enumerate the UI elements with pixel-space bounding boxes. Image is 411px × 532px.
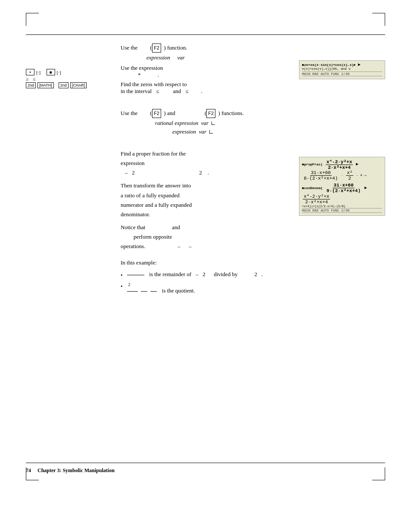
section2-line2: rational expression var <box>155 120 290 127</box>
bullet1-exp2: 2 <box>254 271 257 277</box>
s3-line5: a ratio of a fully expanded <box>121 192 180 199</box>
s3-line6: numerator and a fully expanded <box>121 202 192 208</box>
page-number: 74 <box>26 467 31 473</box>
section3-line5: a ratio of a fully expanded <box>121 191 290 200</box>
bullet-item1: • is the remainder of – 2 divided by <box>121 271 290 279</box>
bullet2-dash1 <box>127 291 138 292</box>
calc2-arrow2: ► <box>364 186 367 190</box>
sidebar-lbracket: [·] <box>36 70 40 75</box>
calc2-arrow1b: → <box>364 173 366 178</box>
section3-line1: Find a proper fraction for the <box>121 149 290 159</box>
calc-screen1: ■zeros(x·sin(x)+cos(x),x)► ► n(v)+cos(v)… <box>299 60 385 79</box>
s2-pre: Use the <box>121 110 137 116</box>
rule-bottom <box>26 463 385 463</box>
bullet2-exp-line: 2 <box>126 282 195 287</box>
bullet1-dot: . <box>262 271 263 277</box>
page-footer: 74 Chapter 3: Symbolic Manipulation <box>26 467 115 474</box>
bullet1-divided: divided by <box>214 271 237 277</box>
l-bracket2 <box>209 130 213 134</box>
calc2-result1: 31·x+60 8·(2·x²+x+4) · x² 2 - 4 → <box>302 170 382 181</box>
calc2-r1-num: 31·x+60 <box>310 170 332 176</box>
key-2nd1: 2nd <box>26 82 36 88</box>
calc1-line1: n(v)+cos(v),v)}(65, and v <box>302 67 382 72</box>
s3-line7: denominator. <box>121 211 150 218</box>
bullet-dot2: • <box>121 283 123 290</box>
calc2-result2: x⁴-2·y²+x 2·x²+x+4 +x+4))+(x(2/2-x/4)-(5… <box>302 193 382 208</box>
calc2-r2-den: 2·x²+x+4 <box>304 199 329 205</box>
rule-top <box>26 34 385 35</box>
s3-dash: – <box>125 169 128 176</box>
key-char: [CHAR] <box>70 82 87 88</box>
section3-line6: numerator and a fully expanded <box>121 200 290 210</box>
bullet2-exp: 2 <box>128 282 131 287</box>
calc2-frac2: 31·x+60 9·(2·x²+x+4) <box>326 183 361 193</box>
l-bracket1 <box>212 121 215 125</box>
calc2-propfrac: ■propFrac( <box>302 162 323 166</box>
s1-dot2: . <box>201 88 202 94</box>
bullet-dot1: • <box>121 272 123 279</box>
s3-dash2: – <box>189 243 192 249</box>
calc1-arrow: ► <box>358 62 361 67</box>
s3-dot: . <box>208 169 209 176</box>
s1-lte1: ≤ <box>156 88 159 94</box>
calc2-frac2-den: 9·(2·x²+x+4) <box>326 188 361 193</box>
calc2-cmd2: ■conDenom( 31·x+60 9·(2·x²+x+4) ► <box>302 183 382 193</box>
bullet1-exp: 2 <box>202 271 206 277</box>
calc2-r1-f2-den: 2 <box>348 176 352 181</box>
bullet1-pre: is the remainder of <box>149 271 191 277</box>
s1-italic1: expression <box>146 54 170 61</box>
key-bullet1: • <box>26 69 34 75</box>
s2-italic3: expression <box>172 128 196 135</box>
sidebar-row1: • [·] ■ [·] <box>26 69 112 75</box>
s2-mid: ) and <box>164 110 175 116</box>
s1-post: ) function. <box>164 44 187 51</box>
s3-line2: expression <box>121 160 145 166</box>
section2-line1: Use the (F2 ) and (F2 ) functions. <box>121 109 290 118</box>
s1-pre: Use the <box>121 44 137 51</box>
s3-line8: Notice that <box>121 224 145 230</box>
s1-star: * <box>138 72 141 78</box>
calc1-status: MAIN RAD AUTO FUNC 1/30 <box>302 72 382 76</box>
section3-line8: Notice that and <box>121 223 290 232</box>
bullet2-post: is the quotient. <box>162 287 195 294</box>
calc2-frac2-num: 31·x+60 <box>333 183 354 188</box>
section1-line5: Find the zeros with respect to <box>121 81 290 88</box>
calc2-condenom: ■conDenom( <box>302 186 323 190</box>
calc2-status: MAIN RAD AUTO FUNC 2/30 <box>302 208 382 213</box>
calc2-cmd1: ■propFrac( x⁴-2·y²+x 2·x²+x+4 ► <box>302 159 382 170</box>
s3-num1: 2 <box>132 169 135 176</box>
bullet2-dash3 <box>150 291 157 292</box>
sidebar-row2: 2nd [MATH] 2nd [CHAR] <box>26 82 112 88</box>
section1: Use the (F2 ) function. expression var U… <box>121 43 290 95</box>
calc2-frac1: x⁴-2·y²+x 2·x²+x+4 <box>326 159 353 170</box>
s1-line6-pre: in the interval <box>121 88 152 94</box>
section2-line3: expression var <box>172 128 290 135</box>
calc1-title: ■zeros(x·sin(x)+cos(x),x)► ► <box>302 62 382 67</box>
s3-dash1: – <box>177 243 181 249</box>
calc2-r1-frac2: x² 2 <box>346 170 353 181</box>
s2-key2: F2 <box>206 109 215 118</box>
bullet1-content: is the remainder of – 2 divided by 2 . <box>126 271 263 278</box>
calc2-extra-text: +x+4))+(x(2/2-x/4)-(5/8) <box>302 205 346 208</box>
corner-mark-br <box>372 467 385 480</box>
section4-intro: In this example: <box>121 258 290 268</box>
s3-line1: Find a proper fraction for the <box>121 150 186 157</box>
s1-key: F2 <box>152 44 161 53</box>
section1-line3: Use the expression <box>121 65 290 72</box>
section4: In this example: • is the remainder of –… <box>121 258 290 294</box>
s1-italic2: var <box>177 54 184 61</box>
section3-line4: Then transform the answer into <box>121 181 290 190</box>
section3-line7: denominator. <box>121 210 290 219</box>
calc2-result1-frac: 31·x+60 8·(2·x²+x+4) <box>303 170 339 181</box>
s2-post: ) functions. <box>218 110 244 116</box>
key-bullet2: ■ <box>47 69 55 75</box>
section2: Use the (F2 ) and (F2 ) functions. ratio… <box>121 109 290 135</box>
calc2-extra: +x+4))+(x(2/2-x/4)-(5/8) <box>302 205 382 208</box>
calc2-r2-num: x⁴-2·y²+x <box>303 193 330 199</box>
sidebar-row1b: ≥ ≤ <box>26 76 112 81</box>
s2-italic4: var <box>199 128 206 135</box>
calc2-r2-line1: x⁴-2·y²+x 2·x²+x+4 <box>302 193 382 205</box>
s1-line5: Find the zeros with respect to <box>121 81 187 87</box>
main-content: Use the (F2 ) function. expression var U… <box>121 43 290 302</box>
sidebar-lbracket2: [·] <box>57 70 61 75</box>
